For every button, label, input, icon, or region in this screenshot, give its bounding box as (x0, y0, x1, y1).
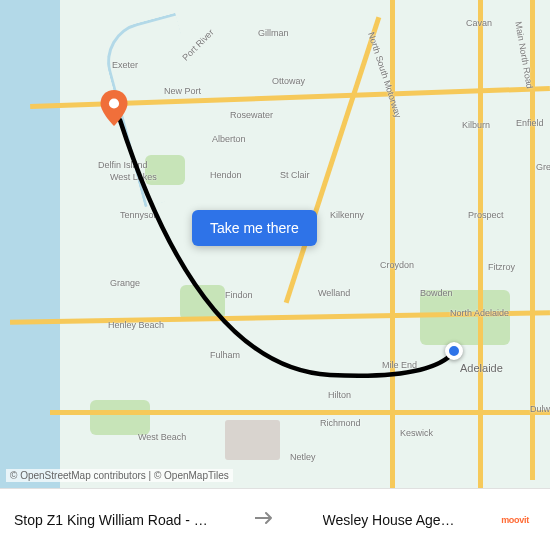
suburb-label: Henley Beach (108, 320, 164, 330)
suburb-label: Kilkenny (330, 210, 364, 220)
suburb-label: Findon (225, 290, 253, 300)
suburb-label: Grange (110, 278, 140, 288)
suburb-label: Greenac (536, 162, 550, 172)
direction-arrow-icon (255, 511, 275, 529)
map-attribution: © OpenStreetMap contributors | © OpenMap… (6, 469, 233, 482)
map-pin-icon (100, 90, 128, 126)
suburb-label: Tennyson (120, 210, 159, 220)
suburb-label: Richmond (320, 418, 361, 428)
suburb-label: Kilburn (462, 120, 490, 130)
suburb-label: Mile End (382, 360, 417, 370)
suburb-label: West Lakes (110, 172, 157, 182)
take-me-there-button[interactable]: Take me there (192, 210, 317, 246)
suburb-label: Hilton (328, 390, 351, 400)
suburb-label: Enfield (516, 118, 544, 128)
map-container[interactable]: GillmanCavanExeterNew PortOttowayRosewat… (0, 0, 550, 550)
suburb-label: Exeter (112, 60, 138, 70)
suburb-label: Netley (290, 452, 316, 462)
svg-point-0 (109, 98, 119, 108)
suburb-label: Welland (318, 288, 350, 298)
suburb-label: Hendon (210, 170, 242, 180)
origin-pin[interactable] (445, 342, 473, 370)
origin-dot-icon (445, 342, 463, 360)
suburb-label: Rosewater (230, 110, 273, 120)
suburb-label: Fitzroy (488, 262, 515, 272)
destination-pin[interactable] (100, 90, 128, 118)
destination-label: Wesley House Age… (323, 512, 455, 528)
suburb-label: Keswick (400, 428, 433, 438)
suburb-label: Croydon (380, 260, 414, 270)
suburb-label: Delfin Island (98, 160, 148, 170)
bottom-bar: Stop Z1 King William Road - … Wesley Hou… (0, 488, 550, 550)
suburb-label: West Beach (138, 432, 186, 442)
origin-label: Stop Z1 King William Road - … (14, 512, 208, 528)
suburb-label: Ottoway (272, 76, 305, 86)
suburb-label: Gillman (258, 28, 289, 38)
suburb-label: New Port (164, 86, 201, 96)
suburb-label: Fulham (210, 350, 240, 360)
moovit-logo[interactable]: moovit (494, 508, 536, 532)
suburb-label: Cavan (466, 18, 492, 28)
suburb-label: Alberton (212, 134, 246, 144)
suburb-label: North Adelaide (450, 308, 509, 318)
suburb-label: Bowden (420, 288, 453, 298)
suburb-label: St Clair (280, 170, 310, 180)
suburb-label: Dulwic (530, 404, 550, 414)
suburb-label: Prospect (468, 210, 504, 220)
